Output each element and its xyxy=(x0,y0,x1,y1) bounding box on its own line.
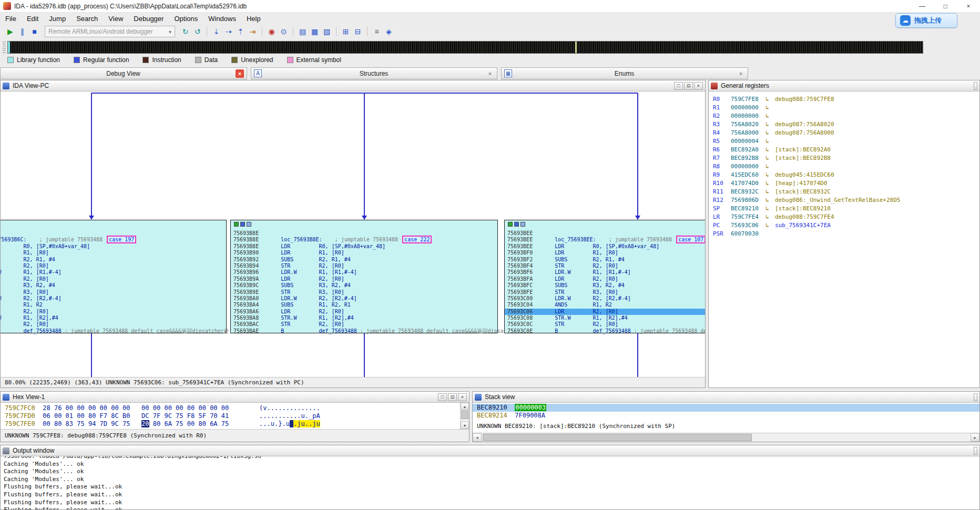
asm-line[interactable]: LDR R0, [SP,#0xA8+var_48] xyxy=(1,243,226,250)
asm-line[interactable]: LDR R1, [R0] xyxy=(1,250,226,256)
graph-close-button[interactable]: × xyxy=(694,82,703,90)
asm-line[interactable]: 75693C0C STR R2, [R0] xyxy=(507,321,705,328)
scroll-left-icon[interactable]: ◂ xyxy=(473,433,482,442)
registers-clipped-button[interactable] xyxy=(974,82,977,90)
asm-line[interactable]: LDR R2, [R0] xyxy=(1,309,226,315)
hex-dump[interactable]: 759C7FC0 28 76 00 00 00 00 00 00 00 00 0… xyxy=(1,403,460,429)
asm-line[interactable]: 75693B9A LDR R2, [R0] xyxy=(233,276,497,282)
step-into-icon[interactable]: ⇣ xyxy=(210,26,222,37)
hex-row[interactable]: 759C7FE0 00 80 83 75 94 7D 9C 75 20 80 6… xyxy=(5,420,460,428)
asm-line[interactable]: 75693B92 SUBS R2, R1, #4 xyxy=(233,257,497,263)
register-row-sp[interactable]: SPBEC89210↳[stack]:BEC89210 xyxy=(713,204,979,212)
asm-line[interactable]: R1, R2 xyxy=(1,302,226,308)
threads-list-icon[interactable]: ▧ xyxy=(321,26,333,37)
open-structures-icon[interactable]: ⊞ xyxy=(340,26,352,37)
stack-row[interactable]: BEC89214 7F09008A xyxy=(473,412,979,420)
register-row-r9[interactable]: R9415EDC60↳debug045:415EDC60 xyxy=(713,170,979,179)
scroll-down-icon[interactable]: ▼ xyxy=(461,422,469,429)
asm-line[interactable]: STR R3, [R0] xyxy=(1,289,226,295)
graph-minimize-button[interactable]: □ xyxy=(674,82,683,90)
asm-line[interactable]: 75693BEE xyxy=(507,230,705,237)
debugger-selector[interactable]: Remote ARMLinux/Android debugger▾ xyxy=(45,26,175,37)
segments-icon[interactable]: ◈ xyxy=(383,26,395,37)
register-row-r8[interactable]: R800000000↳ xyxy=(713,162,979,170)
asm-line[interactable]: B def_75693488 ; jumptable 75693488 defa… xyxy=(1,328,226,334)
asm-line[interactable]: 75693BAC STR R2, [R0] xyxy=(233,321,497,328)
asm-line[interactable]: STR R2, [R0] xyxy=(1,263,226,269)
asm-line[interactable]: 75693BFC SUBS R3, R2, #4 xyxy=(507,282,705,289)
asm-line[interactable]: LDR R2, [R0] xyxy=(1,276,226,282)
asm-line[interactable]: 75693B8E loc_75693B8E: ; jumptable 75693… xyxy=(233,237,497,243)
asm-line[interactable]: STR R2, [R0] xyxy=(1,321,226,328)
tab-structures[interactable]: AStructures× xyxy=(251,67,497,79)
asm-line-current-pc[interactable]: 75693C06 LDR R2, [R0] xyxy=(505,309,705,315)
breakpoints-icon[interactable]: ◉ xyxy=(266,26,278,37)
stack-view-titlebar[interactable]: Stack view xyxy=(473,392,979,403)
asm-line[interactable]: STR.W R1, [R2],#4 xyxy=(1,315,226,321)
scroll-thumb[interactable] xyxy=(483,434,752,441)
tab-enums-close-icon[interactable]: × xyxy=(737,69,745,78)
hex-minimize-button[interactable]: □ xyxy=(438,393,447,401)
hex-scrollbar[interactable]: ▲ ▼ xyxy=(460,403,469,429)
modules-list-icon[interactable]: ▦ xyxy=(309,26,321,37)
stack-row[interactable]: BEC89210 00000003 xyxy=(473,404,979,412)
registers-titlebar[interactable]: General registers xyxy=(709,80,979,91)
asm-line[interactable]: 75693C00 LDR.W R2, [R2,#-4] xyxy=(507,295,705,302)
asm-line[interactable]: 75693C04 ANDS R1, R2 xyxy=(507,302,705,308)
asm-line[interactable]: 75693C0E B def_75693488 ; jumptable 7569… xyxy=(507,328,705,334)
asm-line[interactable]: 75693BA6 LDR R2, [R0] xyxy=(233,309,497,315)
asm-line[interactable]: 75693BF4 STR R2, [R0] xyxy=(507,263,705,269)
asm-line[interactable]: 75693BFE STR R3, [R0] xyxy=(507,289,705,295)
drag-upload-button[interactable]: ☁ 拖拽上传 xyxy=(895,13,957,28)
stack-hscrollbar[interactable]: ◂ ▸ xyxy=(473,433,979,442)
hex-row[interactable]: 759C7FD0 06 00 01 00 80 F7 8C B0 DC 7F 9… xyxy=(5,412,460,420)
asm-line[interactable]: LDR.W R2, [R2,#-4] xyxy=(1,295,226,302)
hex-row[interactable]: 759C7FC0 28 76 00 00 00 00 00 00 00 00 0… xyxy=(5,404,460,412)
asm-line[interactable]: 75693B9C SUBS R3, R2, #4 xyxy=(233,282,497,289)
continue-process-icon[interactable]: ▶ xyxy=(4,26,16,37)
debugger-windows-icon[interactable]: ▤ xyxy=(297,26,309,37)
menu-file[interactable]: File xyxy=(0,14,22,24)
run-until-return-icon[interactable]: ⇡ xyxy=(234,26,247,37)
register-row-r2[interactable]: R200000000↳ xyxy=(713,111,979,120)
asm-line[interactable]: SUBS R3, R2, #4 xyxy=(1,282,226,289)
asm-line[interactable]: 75693BEE loc_75693BEE: ; jumptable 75693… xyxy=(507,237,705,243)
minimize-button[interactable]: — xyxy=(911,0,934,12)
register-row-r12[interactable]: R127569806D↳debug086:_Unwind_GetTextRelB… xyxy=(713,196,979,204)
close-button[interactable]: × xyxy=(957,0,980,12)
open-enums-icon[interactable]: ⊟ xyxy=(352,26,364,37)
run-to-cursor-icon[interactable]: ⇥ xyxy=(247,26,259,37)
register-row-pc[interactable]: PC75693C06↳sub_7569341C+7EA xyxy=(713,221,979,229)
asm-line[interactable]: 75693B9E STR R3, [R0] xyxy=(233,289,497,295)
register-row-r0[interactable]: R0759C7FE8↳debug088:759C7FE8 xyxy=(713,95,979,103)
maximize-button[interactable]: □ xyxy=(934,0,957,12)
scroll-right-icon[interactable]: ▸ xyxy=(971,433,979,442)
asm-line[interactable]: 75693BEE LDR R0, [SP,#0xA8+var_48] xyxy=(507,243,705,250)
hex-restore-button[interactable]: ⊡ xyxy=(448,393,457,401)
names-list-icon[interactable]: ≡ xyxy=(371,26,383,37)
asm-line[interactable]: 75693BF6 LDR.W R1, [R1,#-4] xyxy=(507,269,705,276)
asm-line[interactable]: 75693B8E LDR R0, [SP,#0xA8+var_48] xyxy=(233,243,497,250)
asm-line[interactable]: 75693C08 STR.W R1, [R2],#4 xyxy=(507,315,705,321)
menu-debugger[interactable]: Debugger xyxy=(128,14,169,24)
pause-process-icon[interactable]: ∥ xyxy=(16,26,28,37)
graph-restore-button[interactable]: ⊡ xyxy=(684,82,693,90)
register-row-psr[interactable]: PSR60070030 xyxy=(713,229,979,238)
register-row-r7[interactable]: R7BEC892B8↳[stack]:BEC892B8 xyxy=(713,154,979,162)
stop-process-icon[interactable]: ■ xyxy=(28,26,40,37)
stack-list[interactable]: BEC89210 00000003BEC89214 7F09008A xyxy=(473,403,979,420)
registers-list[interactable]: R0759C7FE8↳debug088:759C7FE8R100000000↳R… xyxy=(709,91,979,387)
scroll-track[interactable] xyxy=(482,433,971,442)
asm-line[interactable]: 75693B94 STR R2, [R0] xyxy=(233,263,497,269)
scroll-up-icon[interactable]: ▲ xyxy=(461,403,469,410)
menu-options[interactable]: Options xyxy=(169,14,203,24)
register-row-r11[interactable]: R11BEC8932C↳[stack]:BEC8932C xyxy=(713,187,979,196)
menu-windows[interactable]: Windows xyxy=(203,14,241,24)
hex-close-button[interactable]: × xyxy=(458,393,467,401)
menu-search[interactable]: Search xyxy=(71,14,103,24)
register-row-r1[interactable]: R100000000↳ xyxy=(713,103,979,111)
output-clipped-button[interactable] xyxy=(974,447,977,455)
asm-line[interactable]: 75693BFA LDR R2, [R0] xyxy=(507,276,705,282)
basic-block-case-222[interactable]: 75693B8E75693B8E loc_75693B8E: ; jumptab… xyxy=(230,220,498,333)
watches-icon[interactable]: ⊙ xyxy=(278,26,290,37)
